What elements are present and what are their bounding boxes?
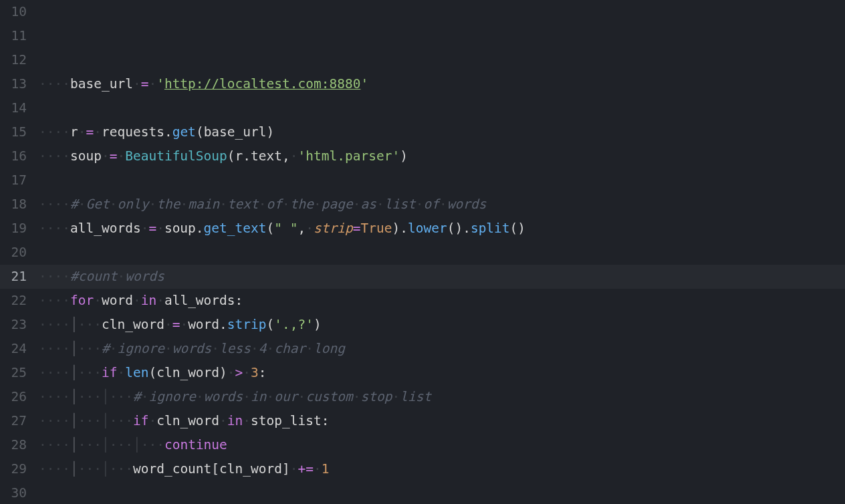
line-number: 15	[0, 120, 27, 144]
line-number: 23	[0, 313, 27, 337]
line-number: 25	[0, 361, 27, 385]
line-number: 17	[0, 168, 27, 193]
line-number: 21	[0, 265, 27, 289]
code-line[interactable]	[39, 241, 845, 265]
code-line[interactable]	[39, 481, 845, 504]
line-number: 12	[0, 48, 27, 72]
line-number: 14	[0, 96, 27, 120]
line-number: 13	[0, 72, 27, 96]
line-number: 16	[0, 144, 27, 168]
code-line[interactable]: ····│···#·ignore·words·less·4·char·long	[39, 337, 845, 361]
code-editor[interactable]: 1011121314151617181920212223242526272829…	[0, 0, 845, 504]
code-line[interactable]: ····│···│···if·cln_word·in·stop_list:	[39, 409, 845, 433]
line-number: 24	[0, 337, 27, 361]
code-line[interactable]: ····all_words·=·soup.get_text(" ",·strip…	[39, 217, 845, 241]
line-number: 28	[0, 433, 27, 457]
code-line[interactable]: ····│···│···│···continue	[39, 433, 845, 457]
code-line[interactable]: ····soup·=·BeautifulSoup(r.text,·'html.p…	[39, 144, 845, 168]
line-number: 29	[0, 457, 27, 481]
line-number: 27	[0, 409, 27, 433]
line-number: 18	[0, 193, 27, 217]
line-number: 20	[0, 241, 27, 265]
line-number: 10	[0, 0, 27, 24]
code-line[interactable]: ····for·word·in·all_words:	[39, 289, 845, 313]
code-area[interactable]: ····base_url·=·'http://localtest.com:888…	[39, 0, 845, 504]
line-number: 30	[0, 481, 27, 504]
line-number: 11	[0, 24, 27, 48]
line-number: 22	[0, 289, 27, 313]
code-line[interactable]: ····#count·words	[39, 265, 845, 289]
code-line[interactable]: ····│···if·len(cln_word)·>·3:	[39, 361, 845, 385]
code-line[interactable]: ····│···cln_word·=·word.strip('.,?')	[39, 313, 845, 337]
line-number: 19	[0, 217, 27, 241]
code-line[interactable]: ····│···│···#·ignore·words·in·our·custom…	[39, 385, 845, 409]
line-number: 26	[0, 385, 27, 409]
code-line[interactable]	[39, 168, 845, 193]
code-line[interactable]: ····r·=·requests.get(base_url)	[39, 120, 845, 144]
code-line[interactable]: ····#·Get·only·the·main·text·of·the·page…	[39, 193, 845, 217]
code-line[interactable]: ····│···│···word_count[cln_word]·+=·1	[39, 457, 845, 481]
code-line[interactable]: ····base_url·=·'http://localtest.com:888…	[39, 72, 845, 96]
code-line[interactable]	[39, 96, 845, 120]
line-number-gutter: 1011121314151617181920212223242526272829…	[0, 0, 39, 504]
